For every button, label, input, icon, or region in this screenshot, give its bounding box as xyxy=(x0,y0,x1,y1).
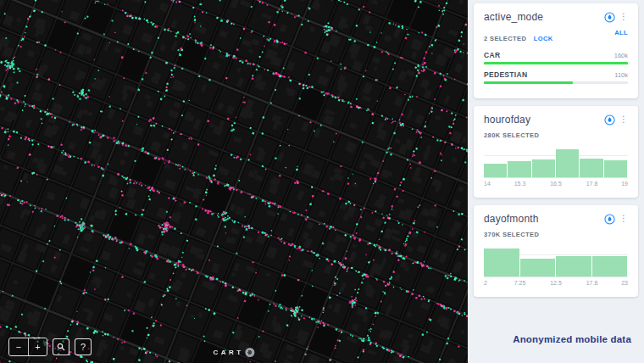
widget-title: active_mode xyxy=(484,11,543,23)
axis-tick-label: 17.8 xyxy=(586,181,598,187)
footer-note: Anonymized mobile data xyxy=(513,334,631,344)
histogram-bar[interactable] xyxy=(484,164,507,178)
axis-tick-label: 12.5 xyxy=(550,280,562,286)
carto-attribution-logo[interactable]: CART xyxy=(213,348,254,357)
magnifier-icon xyxy=(57,343,65,351)
category-bar-track xyxy=(484,81,628,84)
histogram-bar[interactable] xyxy=(520,259,556,276)
histogram-chart[interactable] xyxy=(484,249,628,277)
axis-tick-label: 23 xyxy=(621,280,628,286)
axis-tick-label: 7.25 xyxy=(514,280,526,286)
carto-logo-text: CART xyxy=(213,349,243,356)
kebab-menu-icon[interactable]: ⋮ xyxy=(619,13,628,21)
carto-logo-o-icon xyxy=(246,348,255,357)
histogram-bar[interactable] xyxy=(484,249,519,276)
selected-count: 2 SELECTED xyxy=(484,35,526,42)
axis-tick-label: 17.8 xyxy=(586,280,598,286)
histogram-dayofmonth: 27.2512.517.823 xyxy=(484,249,628,288)
kebab-menu-icon[interactable]: ⋮ xyxy=(619,115,628,124)
histogram-bar[interactable] xyxy=(604,160,627,177)
category-list: CAR160kPEDESTIAN110k xyxy=(484,51,628,84)
axis-tick-label: 14 xyxy=(484,181,491,187)
widget-active-mode: active_mode ⋮ 2 SELECTED LOCK ALL CAR160… xyxy=(474,3,638,98)
histogram-bar[interactable] xyxy=(556,256,591,276)
histogram-bar[interactable] xyxy=(532,159,555,177)
category-bar xyxy=(484,62,628,64)
map-canvas[interactable] xyxy=(0,0,468,363)
widget-title: hourofday xyxy=(484,114,530,126)
category-bar-track xyxy=(484,62,628,64)
carto-dashboard: − + ? CART active_mode xyxy=(0,0,644,363)
autostyle-icon[interactable] xyxy=(604,12,615,23)
histogram-bar[interactable] xyxy=(592,256,628,276)
category-row[interactable]: CAR160k xyxy=(484,51,628,64)
help-button[interactable]: ? xyxy=(75,338,92,355)
zoom-control: − + xyxy=(8,338,47,356)
widget-title: dayofmonth xyxy=(484,213,539,225)
all-button[interactable]: ALL xyxy=(614,29,628,44)
map-area[interactable]: − + ? CART xyxy=(0,0,468,363)
histogram-axis: 27.2512.517.823 xyxy=(484,280,628,288)
map-controls: − + ? xyxy=(8,338,92,356)
category-row[interactable]: PEDESTIAN110k xyxy=(484,70,628,84)
axis-tick-label: 16.5 xyxy=(550,181,562,187)
category-label: CAR xyxy=(484,51,500,59)
selected-count: 370K SELECTED xyxy=(484,231,539,238)
category-value: 160k xyxy=(614,52,628,59)
histogram-chart[interactable] xyxy=(484,149,628,178)
histogram-bar[interactable] xyxy=(580,159,602,177)
zoom-out-button[interactable]: − xyxy=(9,338,28,355)
autostyle-icon[interactable] xyxy=(604,214,615,225)
selected-count: 280K SELECTED xyxy=(484,131,539,139)
histogram-bar[interactable] xyxy=(556,149,579,177)
category-bar xyxy=(484,81,573,84)
category-label: PEDESTIAN xyxy=(484,70,527,79)
histogram-bar[interactable] xyxy=(508,161,530,177)
histogram-hourofday: 1415.316.517.819 xyxy=(484,149,628,189)
category-value: 110k xyxy=(614,71,628,79)
histogram-axis: 1415.316.517.819 xyxy=(484,181,628,189)
widgets-sidebar: active_mode ⋮ 2 SELECTED LOCK ALL CAR160… xyxy=(468,0,644,363)
axis-tick-label: 19 xyxy=(621,181,628,187)
axis-tick-label: 15.3 xyxy=(514,181,526,187)
widget-hourofday: hourofday ⋮ 280K SELECTED 1415.316.517.8… xyxy=(474,106,638,198)
lock-button[interactable]: LOCK xyxy=(534,35,553,42)
kebab-menu-icon[interactable]: ⋮ xyxy=(619,215,628,223)
autostyle-icon[interactable] xyxy=(604,114,615,126)
axis-tick-label: 2 xyxy=(484,280,487,286)
search-button[interactable] xyxy=(53,338,69,355)
zoom-in-button[interactable]: + xyxy=(28,338,47,355)
widget-dayofmonth: dayofmonth ⋮ 370K SELECTED 27.2512.517.8… xyxy=(474,205,638,297)
